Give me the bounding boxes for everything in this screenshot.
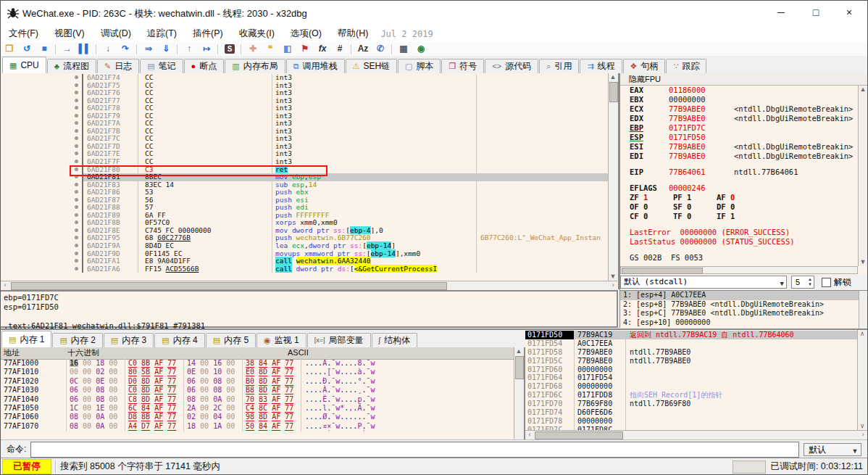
tab-局部变量[interactable]: [x=]局部变量 [307,333,371,347]
tab-内存-3[interactable]: ▤内存 3 [104,333,154,347]
tab-内存-4[interactable]: ▤内存 4 [154,333,204,347]
breakpoint-dot[interactable] [70,250,82,258]
dump-row[interactable]: 77AF104006 00 08 00C8 8D AF 7708 00 0A 0… [1,395,514,404]
run-icon[interactable]: → [59,43,76,55]
register-row[interactable]: EAX01186000 [620,86,858,95]
menu-item-3[interactable]: 调试(D) [93,28,139,40]
dump-row[interactable]: 77AF100016 00 18 00C0 8B AF 7714 00 16 0… [1,359,514,368]
breakpoint-dot[interactable] [70,257,82,265]
registers-panel[interactable]: 隐藏FPU EAX01186000EBX00000000ECX77B9ABE0<… [619,73,868,328]
register-row[interactable]: ESI77B9ABE0<ntdll.DbgUiRemoteBreakin> [620,142,858,152]
register-row[interactable]: EIP77B64061ntdll.77B64061 [620,168,858,177]
register-row[interactable]: ESP0171FD50 [620,133,858,142]
tab-符号[interactable]: ❒符号 [441,59,484,73]
tab-跟踪[interactable]: ∵跟踪 [666,59,706,73]
stack-arguments-list[interactable]: 1: [esp+4] A0C17EEA2: [esp+8] 77B9ABE0 <… [620,290,868,329]
register-row[interactable]: EDI77B9ABE0<ntdll.DbgUiRemoteBreakin> [620,152,858,161]
menu-item-5[interactable]: 插件(P) [185,28,231,40]
dump-row[interactable]: 77AF101000 00 02 0080 5B AF 770E 00 10 0… [1,368,514,376]
menu-item-1[interactable]: 文件(F) [1,28,46,40]
breakpoint-dot[interactable] [70,128,82,136]
breakpoint-dot[interactable] [70,189,82,197]
stack-row[interactable]: 0171FD7800000000 [525,417,857,426]
labels-icon[interactable]: ◧ [279,43,296,55]
register-row[interactable]: EFLAGS00000246 [620,183,858,193]
disassembly-panel[interactable]: 6AD21F74CCint36AD21F75CCint36AD21F76CCin… [1,73,619,289]
stack-horizontal-scrollbar[interactable]: ‹ › [525,430,867,440]
tab-日志[interactable]: ✎日志 [97,59,139,73]
dump-row[interactable]: 77AF10200C 00 0E 00D0 8D AF 7706 00 08 0… [1,377,514,386]
breakpoint-dot[interactable] [70,112,82,120]
stack-vertical-scrollbar[interactable]: ∧∨ [857,330,867,430]
dump-vertical-scrollbar[interactable]: ▲ ▼ [514,347,524,449]
register-row[interactable]: ECX77B9ABE0<ntdll.DbgUiRemoteBreakin> [620,104,858,114]
tab-笔记[interactable]: ▤笔记 [140,59,183,73]
tab-内存布局[interactable]: ▥内存布局 [225,59,285,73]
breakpoint-dot[interactable] [70,97,82,105]
tab-流程图[interactable]: ♣流程图 [47,59,96,73]
args-vertical-scrollbar[interactable] [859,291,868,329]
register-row[interactable]: EBX00000000 [620,95,858,104]
menu-item-7[interactable]: 选项(O) [283,28,330,40]
spin-down-icon[interactable]: ▼ [808,282,812,287]
breakpoint-dot[interactable] [70,234,82,242]
stack-argument-row[interactable]: 3: [esp+C] 77B9ABE0 <ntdll.DbgUiRemoteBr… [620,309,868,318]
breakpoint-dot[interactable] [70,212,82,220]
stack-argument-row[interactable]: 1: [esp+4] A0C17EEA [620,291,868,300]
register-row[interactable]: EBP0171FD7C [620,123,858,133]
register-row[interactable]: EDX77B9ABE0<ntdll.DbgUiRemoteBreakin> [620,114,858,123]
close-button[interactable]: × [832,1,866,25]
breakpoint-dot[interactable] [70,204,82,212]
stack-row[interactable]: 0171FD6000000000 [525,365,857,374]
stack-row[interactable]: 0171FD6C0171FDD8指向SEH_Record[1]的指针 [525,391,857,400]
run-to-user-code-icon[interactable]: ↦ [198,43,215,55]
stack-row[interactable]: 0171FD640171FD54 [525,373,857,382]
command-profile-dropdown[interactable]: 默认▼ [804,443,861,456]
breakpoint-dot[interactable] [70,227,82,235]
stack-argument-row[interactable]: 2: [esp+8] 77B9ABE0 <ntdll.DbgUiRemoteBr… [620,300,868,310]
breakpoint-dot[interactable] [70,150,82,158]
hide-fpu-button[interactable]: 隐藏FPU [620,73,868,86]
tab-脚本[interactable]: ▢脚本 [398,59,441,73]
breakpoint-dot[interactable] [70,89,82,97]
tab-句柄[interactable]: ❖句柄 [623,59,666,73]
breakpoint-dot[interactable] [70,120,82,128]
disasm-row[interactable]: 6AD21F80C3ret [1,166,608,174]
functions-icon[interactable]: fx [314,43,331,55]
registers-vertical-scrollbar[interactable]: ▲▼ [858,86,868,266]
menu-item-2[interactable]: 视图(V) [46,28,93,40]
breakpoint-dot[interactable] [70,219,82,227]
step-over-icon[interactable]: ↷ [117,43,134,55]
comments-icon[interactable]: ❝ [262,43,279,55]
register-row[interactable]: ZF 1PF 1AF 0 [620,193,858,202]
disasm-row[interactable]: 6AD21FA6FF15 ACD5566Bcall dword ptr ds:[… [1,265,608,273]
tab-线程[interactable]: ⇉线程 [580,59,622,73]
bookmarks-icon[interactable]: ⚑ [296,43,314,55]
menu-item-6[interactable]: 收藏夹(I) [231,28,283,40]
breakpoint-dot[interactable] [70,181,82,189]
breakpoint-dot[interactable] [70,74,82,82]
register-row[interactable]: CF 0TF 0IF 1 [620,212,858,221]
menu-item-8[interactable]: 帮助(H) [330,28,376,40]
stack-row[interactable]: 0171FD5877B9ABE0ntdll.77B9ABE0 [525,348,857,357]
breakpoint-dot[interactable] [70,197,82,205]
stack-row[interactable]: 0171FD5C77B9ABE0ntdll.77B9ABE0 [525,357,857,365]
scylla-icon[interactable]: S [221,43,238,55]
tab-源代码[interactable]: <>源代码 [485,59,538,73]
dump-row[interactable]: 77AF106008 00 0A 00D8 8B AF 7702 00 04 0… [1,413,514,421]
dump-row[interactable]: 77AF10801C 00 1E 0070 D9 AF 7728 00 2A 0… [1,431,514,431]
breakpoint-dot[interactable] [70,242,82,250]
stack-row[interactable]: 0171FD54A0C17EEA [525,339,857,348]
globe-icon[interactable]: ◉ [412,43,430,55]
register-row[interactable]: GS 002B FS 0053 [620,253,858,263]
tab-SEH链[interactable]: ⚠SEH链 [346,59,398,73]
command-input[interactable] [30,442,799,458]
open-file-icon[interactable]: ❐ [1,43,18,55]
step-into-icon[interactable]: ↓ [99,43,117,55]
stack-row[interactable]: 0171FD5077B9AC19返回到 ntdll.77B9AC19 自 ntd… [525,331,857,339]
minimize-button[interactable]: ─ [764,1,798,25]
breakpoint-dot[interactable] [70,82,82,90]
register-row[interactable]: OF 0SF 0DF 0 [620,202,858,212]
calculator-icon[interactable]: ▦ [395,43,412,55]
animate-into-icon[interactable]: ⇒ [140,43,157,55]
